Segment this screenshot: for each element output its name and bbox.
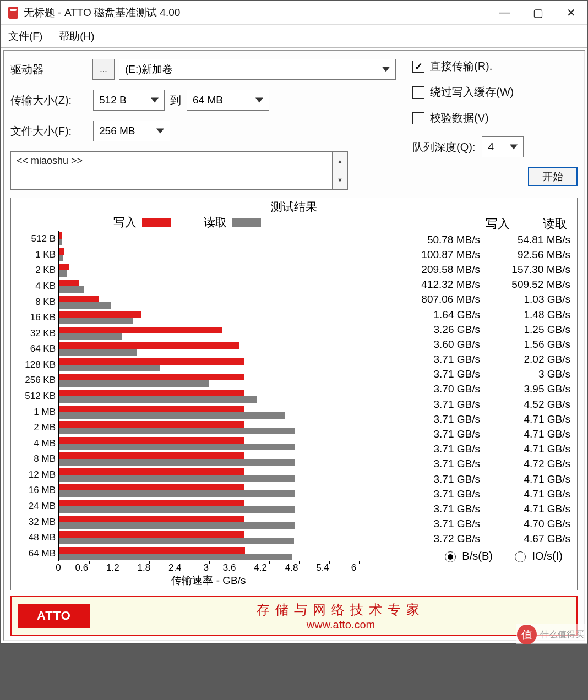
y-label: 1 KB [35,249,56,260]
cell-read: 509.52 MB/s [493,278,570,291]
x-tick-label: 1.8 [137,562,150,573]
maximize-button[interactable]: ▢ [521,1,554,25]
cell-read: 157.30 MB/s [493,264,570,276]
verify-data-checkbox[interactable] [412,112,424,124]
y-label: 256 KB [25,375,56,386]
table-row: 3.71 GB/s4.70 GB/s [366,517,570,532]
cell-read: 4.71 GB/s [493,473,570,485]
direct-io-label: 直接传输(R). [430,59,492,74]
read-bar [59,270,67,277]
description-input[interactable]: << miaoshu >> [10,151,333,190]
footer-banner: ATTO 存储与网络技术专家 www.atto.com [10,596,578,636]
read-bar [59,412,285,419]
cell-read: 1.48 GB/s [493,309,570,321]
x-tick-label: 3.6 [223,562,236,573]
y-label: 16 KB [30,312,56,323]
menubar: 文件(F) 帮助(H) [1,25,587,48]
read-bar [59,318,133,324]
cell-read: 4.70 GB/s [493,518,570,530]
file-size-value: 256 MB [99,125,135,137]
read-bar [59,459,295,466]
bypass-cache-checkbox[interactable] [412,86,424,99]
y-label: 2 MB [34,422,56,433]
cell-write: 3.71 GB/s [403,503,480,515]
atto-logo: ATTO [18,604,90,628]
minimize-button[interactable]: — [488,1,521,25]
unit-io-option[interactable]: IO/s(I) [515,550,563,562]
start-button[interactable]: 开始 [528,167,578,186]
transfer-max-select[interactable]: 64 MB [187,90,269,111]
menu-help[interactable]: 帮助(H) [59,29,94,43]
cell-write: 3.71 GB/s [403,353,480,365]
cell-write: 50.78 MB/s [403,234,480,246]
cell-write: 3.71 GB/s [403,428,480,440]
write-bar [59,500,244,506]
queue-depth-label: 队列深度(Q): [412,140,475,155]
y-label: 1 MB [34,407,56,418]
read-bar [59,490,295,497]
cell-read: 4.71 GB/s [493,428,570,440]
verify-data-label: 校验数据(V) [430,111,489,125]
read-bar [59,365,160,371]
spin-down-button[interactable]: ▼ [333,171,347,190]
cell-write: 3.71 GB/s [403,473,480,485]
write-bar [59,264,69,270]
table-row: 3.71 GB/s4.71 GB/s [366,442,570,457]
results-title: 测试结果 [11,198,577,215]
write-bar [59,421,244,428]
results-panel: 测试结果 写入 读取 512 B1 KB2 KB4 KB8 [10,198,578,590]
table-row: 3.70 GB/s3.95 GB/s [366,382,570,397]
spin-up-button[interactable]: ▲ [333,152,347,171]
close-button[interactable]: ✕ [554,1,587,25]
table-row: 3.71 GB/s4.71 GB/s [366,501,570,516]
x-axis-ticks: 00.61.21.82.433.64.24.85.46 [58,562,359,573]
cell-read: 4.71 GB/s [493,488,570,500]
y-label: 512 B [31,233,56,244]
table-row: 3.60 GB/s1.56 GB/s [366,337,570,352]
col-write: 写入 [486,216,510,232]
read-bar [59,255,63,261]
file-size-label: 文件大小(F): [10,124,93,139]
cell-write: 3.60 GB/s [403,338,480,351]
table-row: 3.72 GB/s4.67 GB/s [366,532,570,546]
transfer-min-select[interactable]: 512 B [93,90,165,111]
description-spinner: ▲ ▼ [333,151,348,190]
cell-read: 4.67 GB/s [493,533,570,545]
read-bar [59,333,122,340]
cell-read: 4.71 GB/s [493,503,570,515]
read-bar [59,396,257,403]
queue-depth-select[interactable]: 4 [482,136,524,157]
menu-file[interactable]: 文件(F) [8,29,42,43]
transfer-max-value: 64 MB [193,94,223,106]
content-area: 驱动器 ... (E:)新加卷 传输大小(Z): 512 B 到 64 MB [3,50,585,641]
drive-label: 驱动器 [10,62,92,77]
y-label: 12 MB [29,469,56,480]
legend-read-swatch [232,218,261,227]
cell-read: 4.71 GB/s [493,413,570,425]
x-tick-label: 0.6 [75,562,88,573]
radio-bytes-icon [445,551,456,562]
direct-io-checkbox[interactable]: ✓ [412,61,424,73]
legend-write-swatch [142,218,171,227]
cell-read: 2.02 GB/s [493,353,570,365]
read-bar [59,444,295,450]
y-label: 24 MB [29,501,56,512]
y-label: 48 MB [29,532,56,543]
cell-read: 1.03 GB/s [493,293,570,305]
read-bar [59,554,292,560]
unit-bytes-option[interactable]: B/s(B) [445,550,493,562]
drive-select[interactable]: (E:)新加卷 [119,59,396,80]
y-label: 512 KB [25,391,56,402]
y-label: 4 MB [34,438,56,449]
y-label: 16 MB [29,485,56,496]
table-row: 412.32 MB/s509.52 MB/s [366,277,570,292]
file-size-select[interactable]: 256 MB [93,121,170,141]
table-row: 3.71 GB/s4.71 GB/s [366,426,570,441]
app-window: 无标题 - ATTO 磁盘基准测试 4.00 — ▢ ✕ 文件(F) 帮助(H)… [0,0,588,644]
y-label: 64 MB [29,548,56,559]
cell-read: 4.72 GB/s [493,458,570,470]
x-tick-label: 1.2 [106,562,119,573]
y-label: 4 KB [35,281,56,292]
browse-button[interactable]: ... [92,59,115,80]
cell-read: 1.25 GB/s [493,324,570,336]
